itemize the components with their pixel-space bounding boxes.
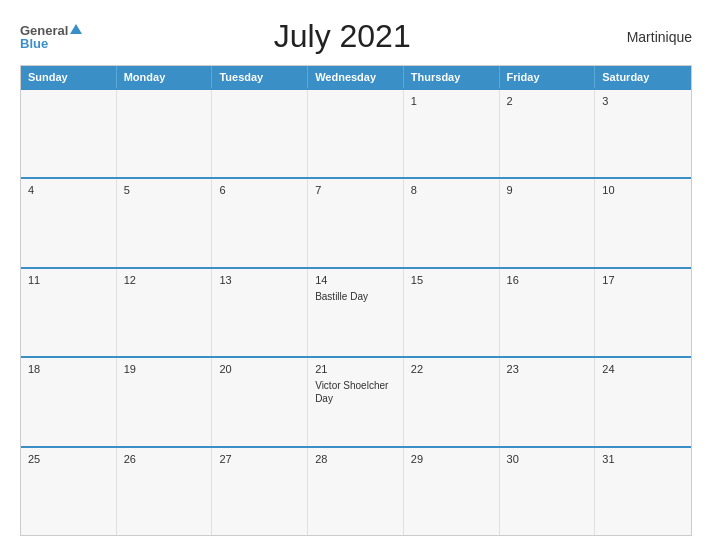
- calendar-week: 11121314Bastille Day151617: [21, 267, 691, 356]
- calendar-cell: 4: [21, 179, 117, 266]
- day-number: 7: [315, 184, 396, 196]
- calendar-cell: 26: [117, 448, 213, 535]
- day-number: 3: [602, 95, 684, 107]
- calendar-cell: 9: [500, 179, 596, 266]
- day-number: 28: [315, 453, 396, 465]
- calendar-cell: 18: [21, 358, 117, 445]
- calendar-cell: 17: [595, 269, 691, 356]
- weekday-header: Friday: [500, 66, 596, 88]
- weekday-header: Wednesday: [308, 66, 404, 88]
- calendar-week: 18192021Victor Shoelcher Day222324: [21, 356, 691, 445]
- day-number: 15: [411, 274, 492, 286]
- calendar-week: 123: [21, 88, 691, 177]
- day-number: 13: [219, 274, 300, 286]
- day-number: 5: [124, 184, 205, 196]
- day-number: 25: [28, 453, 109, 465]
- header: General Blue July 2021 Martinique: [20, 18, 692, 55]
- calendar-cell: 22: [404, 358, 500, 445]
- day-event: Victor Shoelcher Day: [315, 379, 396, 405]
- calendar-cell: 21Victor Shoelcher Day: [308, 358, 404, 445]
- day-number: 9: [507, 184, 588, 196]
- calendar-body: 1234567891011121314Bastille Day151617181…: [21, 88, 691, 535]
- calendar-header: SundayMondayTuesdayWednesdayThursdayFrid…: [21, 66, 691, 88]
- calendar-cell: 24: [595, 358, 691, 445]
- day-number: 29: [411, 453, 492, 465]
- calendar-cell: 2: [500, 90, 596, 177]
- day-number: 27: [219, 453, 300, 465]
- day-event: Bastille Day: [315, 290, 396, 303]
- day-number: 21: [315, 363, 396, 375]
- calendar-cell: 19: [117, 358, 213, 445]
- calendar-cell: 13: [212, 269, 308, 356]
- calendar-cell: [308, 90, 404, 177]
- logo-triangle-icon: [70, 24, 82, 34]
- calendar-cell: 5: [117, 179, 213, 266]
- calendar-cell: 3: [595, 90, 691, 177]
- calendar-cell: 31: [595, 448, 691, 535]
- calendar-cell: 1: [404, 90, 500, 177]
- day-number: 17: [602, 274, 684, 286]
- day-number: 2: [507, 95, 588, 107]
- day-number: 26: [124, 453, 205, 465]
- calendar-cell: 8: [404, 179, 500, 266]
- day-number: 31: [602, 453, 684, 465]
- weekday-header: Monday: [117, 66, 213, 88]
- weekday-header: Thursday: [404, 66, 500, 88]
- logo-blue-text: Blue: [20, 37, 48, 50]
- logo: General Blue: [20, 24, 82, 50]
- calendar-cell: 11: [21, 269, 117, 356]
- day-number: 19: [124, 363, 205, 375]
- day-number: 20: [219, 363, 300, 375]
- calendar-cell: 25: [21, 448, 117, 535]
- day-number: 12: [124, 274, 205, 286]
- day-number: 8: [411, 184, 492, 196]
- weekday-header: Sunday: [21, 66, 117, 88]
- calendar-cell: 20: [212, 358, 308, 445]
- day-number: 10: [602, 184, 684, 196]
- day-number: 11: [28, 274, 109, 286]
- calendar-cell: 7: [308, 179, 404, 266]
- calendar: SundayMondayTuesdayWednesdayThursdayFrid…: [20, 65, 692, 536]
- calendar-week: 45678910: [21, 177, 691, 266]
- region-label: Martinique: [602, 29, 692, 45]
- day-number: 24: [602, 363, 684, 375]
- day-number: 16: [507, 274, 588, 286]
- calendar-cell: 16: [500, 269, 596, 356]
- day-number: 23: [507, 363, 588, 375]
- day-number: 6: [219, 184, 300, 196]
- calendar-cell: 30: [500, 448, 596, 535]
- weekday-header: Tuesday: [212, 66, 308, 88]
- logo-general-text: General: [20, 24, 68, 37]
- calendar-cell: 6: [212, 179, 308, 266]
- calendar-cell: 27: [212, 448, 308, 535]
- calendar-cell: [117, 90, 213, 177]
- calendar-cell: [212, 90, 308, 177]
- calendar-cell: 28: [308, 448, 404, 535]
- calendar-cell: 29: [404, 448, 500, 535]
- calendar-cell: 14Bastille Day: [308, 269, 404, 356]
- day-number: 14: [315, 274, 396, 286]
- day-number: 4: [28, 184, 109, 196]
- calendar-cell: 23: [500, 358, 596, 445]
- day-number: 1: [411, 95, 492, 107]
- calendar-cell: 10: [595, 179, 691, 266]
- calendar-cell: [21, 90, 117, 177]
- day-number: 22: [411, 363, 492, 375]
- calendar-page: General Blue July 2021 Martinique Sunday…: [0, 0, 712, 550]
- month-title: July 2021: [82, 18, 602, 55]
- calendar-cell: 15: [404, 269, 500, 356]
- weekday-header: Saturday: [595, 66, 691, 88]
- calendar-cell: 12: [117, 269, 213, 356]
- day-number: 30: [507, 453, 588, 465]
- calendar-week: 25262728293031: [21, 446, 691, 535]
- day-number: 18: [28, 363, 109, 375]
